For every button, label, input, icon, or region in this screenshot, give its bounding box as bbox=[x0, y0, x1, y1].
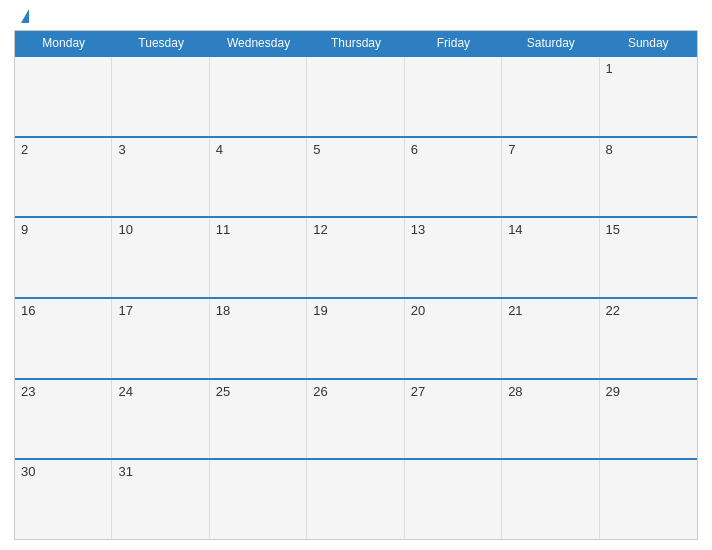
calendar-cell: 20 bbox=[405, 299, 502, 378]
calendar-row-4: 16171819202122 bbox=[15, 297, 697, 378]
day-number: 30 bbox=[21, 464, 35, 479]
calendar-cell: 17 bbox=[112, 299, 209, 378]
day-number: 22 bbox=[606, 303, 620, 318]
calendar-cell: 27 bbox=[405, 380, 502, 459]
day-number: 16 bbox=[21, 303, 35, 318]
calendar-row-1: 1 bbox=[15, 55, 697, 136]
day-number: 11 bbox=[216, 222, 230, 237]
calendar-cell: 10 bbox=[112, 218, 209, 297]
calendar-row-5: 23242526272829 bbox=[15, 378, 697, 459]
day-number: 29 bbox=[606, 384, 620, 399]
col-header-saturday: Saturday bbox=[502, 31, 599, 55]
calendar-cell bbox=[502, 57, 599, 136]
col-header-sunday: Sunday bbox=[600, 31, 697, 55]
calendar-body: 1234567891011121314151617181920212223242… bbox=[15, 55, 697, 539]
calendar-cell: 6 bbox=[405, 138, 502, 217]
day-number: 23 bbox=[21, 384, 35, 399]
col-header-tuesday: Tuesday bbox=[112, 31, 209, 55]
day-number: 9 bbox=[21, 222, 28, 237]
calendar-cell: 12 bbox=[307, 218, 404, 297]
day-number: 1 bbox=[606, 61, 613, 76]
calendar-cell: 23 bbox=[15, 380, 112, 459]
logo bbox=[18, 10, 32, 24]
calendar-cell: 2 bbox=[15, 138, 112, 217]
calendar-cell: 24 bbox=[112, 380, 209, 459]
col-header-thursday: Thursday bbox=[307, 31, 404, 55]
day-number: 10 bbox=[118, 222, 132, 237]
calendar-cell bbox=[502, 460, 599, 539]
calendar-cell bbox=[307, 57, 404, 136]
calendar-cell: 8 bbox=[600, 138, 697, 217]
calendar-cell bbox=[405, 57, 502, 136]
calendar-cell: 29 bbox=[600, 380, 697, 459]
day-number: 20 bbox=[411, 303, 425, 318]
calendar-cell: 3 bbox=[112, 138, 209, 217]
calendar-grid: MondayTuesdayWednesdayThursdayFridaySatu… bbox=[14, 30, 698, 540]
calendar-row-6: 3031 bbox=[15, 458, 697, 539]
calendar-cell: 15 bbox=[600, 218, 697, 297]
day-number: 25 bbox=[216, 384, 230, 399]
day-number: 17 bbox=[118, 303, 132, 318]
day-number: 19 bbox=[313, 303, 327, 318]
calendar-cell: 21 bbox=[502, 299, 599, 378]
calendar-cell bbox=[405, 460, 502, 539]
calendar-cell: 22 bbox=[600, 299, 697, 378]
calendar-cell: 7 bbox=[502, 138, 599, 217]
day-number: 21 bbox=[508, 303, 522, 318]
day-number: 13 bbox=[411, 222, 425, 237]
day-number: 2 bbox=[21, 142, 28, 157]
calendar-cell bbox=[307, 460, 404, 539]
day-number: 3 bbox=[118, 142, 125, 157]
day-number: 15 bbox=[606, 222, 620, 237]
calendar-cell: 28 bbox=[502, 380, 599, 459]
calendar-cell: 26 bbox=[307, 380, 404, 459]
day-number: 24 bbox=[118, 384, 132, 399]
calendar-cell: 4 bbox=[210, 138, 307, 217]
calendar-cell: 13 bbox=[405, 218, 502, 297]
calendar-cell bbox=[15, 57, 112, 136]
calendar-cell: 19 bbox=[307, 299, 404, 378]
calendar-cell bbox=[600, 460, 697, 539]
day-number: 18 bbox=[216, 303, 230, 318]
day-number: 28 bbox=[508, 384, 522, 399]
day-number: 5 bbox=[313, 142, 320, 157]
calendar-cell: 31 bbox=[112, 460, 209, 539]
calendar-cell bbox=[210, 460, 307, 539]
col-header-wednesday: Wednesday bbox=[210, 31, 307, 55]
day-number: 14 bbox=[508, 222, 522, 237]
calendar-cell: 25 bbox=[210, 380, 307, 459]
calendar-cell: 14 bbox=[502, 218, 599, 297]
calendar-cell: 30 bbox=[15, 460, 112, 539]
day-number: 6 bbox=[411, 142, 418, 157]
calendar-cell bbox=[112, 57, 209, 136]
day-number: 7 bbox=[508, 142, 515, 157]
calendar-row-3: 9101112131415 bbox=[15, 216, 697, 297]
calendar-cell: 11 bbox=[210, 218, 307, 297]
col-header-monday: Monday bbox=[15, 31, 112, 55]
calendar-cell: 1 bbox=[600, 57, 697, 136]
day-number: 26 bbox=[313, 384, 327, 399]
calendar-cell: 18 bbox=[210, 299, 307, 378]
day-number: 8 bbox=[606, 142, 613, 157]
day-number: 12 bbox=[313, 222, 327, 237]
calendar-cell: 9 bbox=[15, 218, 112, 297]
day-number: 31 bbox=[118, 464, 132, 479]
calendar-header-row: MondayTuesdayWednesdayThursdayFridaySatu… bbox=[15, 31, 697, 55]
header bbox=[14, 10, 698, 24]
calendar-page: MondayTuesdayWednesdayThursdayFridaySatu… bbox=[0, 0, 712, 550]
logo-triangle-icon bbox=[21, 9, 29, 23]
day-number: 4 bbox=[216, 142, 223, 157]
calendar-cell: 5 bbox=[307, 138, 404, 217]
calendar-row-2: 2345678 bbox=[15, 136, 697, 217]
col-header-friday: Friday bbox=[405, 31, 502, 55]
calendar-cell: 16 bbox=[15, 299, 112, 378]
day-number: 27 bbox=[411, 384, 425, 399]
calendar-cell bbox=[210, 57, 307, 136]
